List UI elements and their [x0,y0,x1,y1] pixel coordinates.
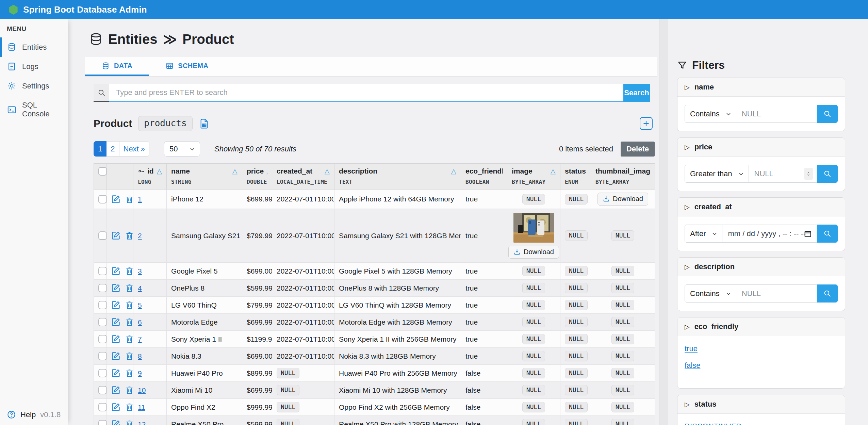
trash-icon[interactable] [125,334,133,344]
row-id-link[interactable]: 4 [138,284,142,292]
row-id-link[interactable]: 3 [138,267,142,275]
page-button-1[interactable]: 1 [94,141,107,157]
trash-icon[interactable] [125,369,133,378]
filter-operator-select[interactable]: Contains [685,105,736,123]
row-id-link[interactable]: 5 [138,301,142,309]
filter-card-header[interactable]: ▷price [677,138,845,157]
trash-icon[interactable] [125,231,133,240]
trash-icon[interactable] [125,317,133,327]
search-button[interactable]: Search [623,84,650,102]
sidebar-footer: Help v0.1.8 [0,404,68,425]
trash-icon[interactable] [125,403,133,412]
sort-triangle-icon[interactable]: △ [451,167,456,175]
filter-card-header[interactable]: ▷name [677,78,845,97]
search-input[interactable] [109,84,623,102]
help-icon[interactable] [7,410,16,419]
trash-icon[interactable] [125,195,133,204]
row-id-link[interactable]: 2 [138,232,142,240]
row-id-link[interactable]: 11 [138,403,145,411]
tab-data[interactable]: DATA [85,57,149,76]
edit-icon[interactable] [111,317,120,327]
download-button[interactable]: Download [597,193,648,206]
download-button[interactable]: Download [508,246,559,259]
trash-icon[interactable] [125,266,133,276]
filter-card-header[interactable]: ▷eco_friendly [677,317,845,336]
filter-value-input[interactable] [736,285,817,302]
row-id-link[interactable]: 1 [138,195,142,203]
filter-search-button[interactable] [817,284,838,303]
sidebar-item-logs[interactable]: Logs [0,57,68,76]
sidebar-item-settings[interactable]: Settings [0,76,68,96]
help-label[interactable]: Help [20,410,36,419]
tab-schema[interactable]: SCHEMA [149,57,225,76]
next-page-button[interactable]: Next » [119,141,150,157]
row-select-checkbox[interactable] [98,318,107,326]
filter-option-link[interactable]: false [685,361,700,370]
sidebar-item-entities[interactable]: Entities [0,37,68,57]
filter-card-header[interactable]: ▷description [677,258,845,276]
edit-icon[interactable] [111,420,120,425]
edit-icon[interactable] [111,334,120,344]
row-id-link[interactable]: 8 [138,352,142,360]
row-id-link[interactable]: 10 [138,386,146,394]
filter-search-button[interactable] [817,105,838,123]
sort-triangle-icon[interactable]: △ [266,167,267,175]
trash-icon[interactable] [125,352,133,361]
page-size-select[interactable]: 50 [164,141,200,157]
row-select-checkbox[interactable] [98,335,107,343]
export-spreadsheet-icon[interactable] [199,118,210,129]
edit-icon[interactable] [111,386,120,395]
trash-icon[interactable] [125,283,133,293]
select-all-checkbox[interactable] [98,167,107,176]
edit-icon[interactable] [111,403,120,412]
add-record-button[interactable] [640,117,653,130]
row-id-link[interactable]: 6 [138,318,142,326]
row-select-checkbox[interactable] [98,369,107,377]
chevron-down-icon [711,230,718,237]
filter-option-link[interactable]: DISCONTINUED [685,422,741,425]
edit-icon[interactable] [111,369,120,378]
filter-operator-select[interactable]: After [685,225,722,243]
edit-icon[interactable] [111,266,120,276]
row-select-checkbox[interactable] [98,284,107,292]
filter-operator-select[interactable]: Contains [685,284,736,303]
trash-icon[interactable] [125,300,133,310]
row-id-link[interactable]: 9 [138,369,142,377]
row-select-checkbox[interactable] [98,195,107,203]
product-photo[interactable] [513,213,554,243]
number-spinner[interactable] [804,168,813,180]
edit-icon[interactable] [111,283,120,293]
filter-value-input[interactable] [736,105,817,122]
row-select-checkbox[interactable] [98,267,107,275]
filter-search-button[interactable] [817,165,838,183]
sort-triangle-icon[interactable]: △ [551,167,556,175]
null-badge: NULL [565,266,588,276]
filter-card-header[interactable]: ▷status [677,395,845,414]
row-select-checkbox[interactable] [98,420,107,425]
filter-operator-select[interactable]: Greater than [685,165,749,183]
sidebar-item-sql-console[interactable]: SQL Console [0,96,68,124]
row-id-link[interactable]: 7 [138,335,142,343]
edit-icon[interactable] [111,231,120,240]
row-select-checkbox[interactable] [98,231,107,240]
filter-search-button[interactable] [817,225,838,243]
row-select-checkbox[interactable] [98,301,107,309]
row-select-checkbox[interactable] [98,403,107,411]
row-select-checkbox[interactable] [98,386,107,394]
row-id-link[interactable]: 12 [138,420,146,425]
delete-button[interactable]: Delete [621,142,655,157]
sort-triangle-icon[interactable]: △ [325,167,330,175]
trash-icon[interactable] [125,386,133,395]
filter-option-link[interactable]: true [685,344,698,353]
filter-card-header[interactable]: ▷created_at [677,198,845,216]
edit-icon[interactable] [111,352,120,361]
row-select-checkbox[interactable] [98,352,107,360]
trash-icon[interactable] [125,420,133,425]
calendar-icon[interactable] [804,230,812,238]
sort-triangle-icon[interactable]: △ [232,167,238,175]
edit-icon[interactable] [111,300,120,310]
page-button-2[interactable]: 2 [107,141,119,157]
breadcrumb-root[interactable]: Entities [108,32,157,47]
sort-triangle-icon[interactable]: △ [157,167,162,175]
edit-icon[interactable] [111,195,120,204]
